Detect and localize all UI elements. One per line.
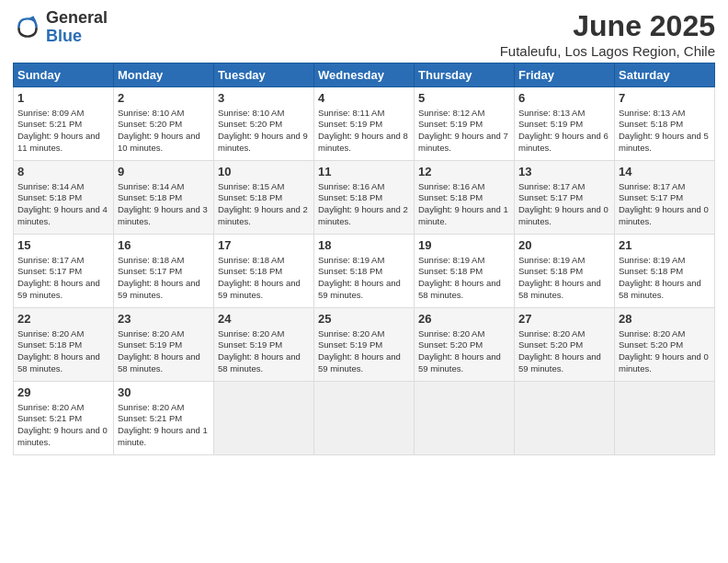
calendar-cell: 1 Sunrise: 8:09 AM Sunset: 5:21 PM Dayli… xyxy=(14,87,114,161)
day-number: 26 xyxy=(418,311,510,327)
sunset: Sunset: 5:18 PM xyxy=(318,192,382,202)
sunset: Sunset: 5:18 PM xyxy=(619,266,683,276)
sunset: Sunset: 5:19 PM xyxy=(218,339,282,350)
day-number: 25 xyxy=(318,311,410,327)
cell-content: 29 Sunrise: 8:20 AM Sunset: 5:21 PM Dayl… xyxy=(17,385,109,449)
daylight: Daylight: 9 hours and 0 minutes. xyxy=(619,351,709,373)
sunset: Sunset: 5:18 PM xyxy=(619,119,683,129)
day-number: 9 xyxy=(118,164,210,180)
sunrise: Sunrise: 8:14 AM xyxy=(17,181,84,191)
calendar-cell xyxy=(615,382,715,455)
daylight: Daylight: 9 hours and 5 minutes. xyxy=(619,131,709,153)
calendar-cell: 26 Sunrise: 8:20 AM Sunset: 5:20 PM Dayl… xyxy=(415,308,515,382)
sunrise: Sunrise: 8:20 AM xyxy=(518,328,585,339)
daylight: Daylight: 8 hours and 58 minutes. xyxy=(17,351,100,373)
day-number: 17 xyxy=(218,237,310,254)
sunset: Sunset: 5:20 PM xyxy=(619,339,683,350)
sunrise: Sunrise: 8:17 AM xyxy=(518,181,585,191)
day-number: 21 xyxy=(619,237,711,254)
day-number: 1 xyxy=(17,90,109,107)
sunrise: Sunrise: 8:10 AM xyxy=(218,108,284,118)
header-sunday: Sunday xyxy=(14,63,114,87)
day-number: 23 xyxy=(118,311,210,327)
daylight: Daylight: 9 hours and 4 minutes. xyxy=(17,204,108,226)
calendar-cell: 10 Sunrise: 8:15 AM Sunset: 5:18 PM Dayl… xyxy=(214,161,314,235)
sunset: Sunset: 5:18 PM xyxy=(418,266,483,276)
daylight: Daylight: 9 hours and 1 minute. xyxy=(418,204,508,226)
cell-content: 21 Sunrise: 8:19 AM Sunset: 5:18 PM Dayl… xyxy=(619,237,711,302)
cell-content: 20 Sunrise: 8:19 AM Sunset: 5:18 PM Dayl… xyxy=(518,237,610,302)
sunset: Sunset: 5:18 PM xyxy=(518,266,583,276)
calendar-cell xyxy=(314,382,415,455)
cell-content: 1 Sunrise: 8:09 AM Sunset: 5:21 PM Dayli… xyxy=(17,90,109,155)
location-title: Futaleufu, Los Lagos Region, Chile xyxy=(500,43,715,59)
week-row-2: 15 Sunrise: 8:17 AM Sunset: 5:17 PM Dayl… xyxy=(14,235,715,308)
calendar-cell: 2 Sunrise: 8:10 AM Sunset: 5:20 PM Dayli… xyxy=(114,87,214,161)
cell-content: 15 Sunrise: 8:17 AM Sunset: 5:17 PM Dayl… xyxy=(17,237,109,302)
logo: General Blue xyxy=(13,9,108,46)
calendar-cell: 30 Sunrise: 8:20 AM Sunset: 5:21 PM Dayl… xyxy=(114,382,214,455)
sunrise: Sunrise: 8:20 AM xyxy=(17,402,84,412)
daylight: Daylight: 9 hours and 0 minutes. xyxy=(518,204,609,226)
day-number: 11 xyxy=(318,164,410,180)
sunset: Sunset: 5:17 PM xyxy=(118,266,182,276)
sunrise: Sunrise: 8:19 AM xyxy=(318,255,384,265)
day-number: 30 xyxy=(118,385,210,401)
daylight: Daylight: 9 hours and 10 minutes. xyxy=(118,131,200,153)
calendar-cell: 27 Sunrise: 8:20 AM Sunset: 5:20 PM Dayl… xyxy=(515,308,615,382)
sunrise: Sunrise: 8:20 AM xyxy=(218,328,284,339)
calendar-cell: 11 Sunrise: 8:16 AM Sunset: 5:18 PM Dayl… xyxy=(314,161,415,235)
day-number: 22 xyxy=(17,311,109,327)
calendar-cell: 20 Sunrise: 8:19 AM Sunset: 5:18 PM Dayl… xyxy=(515,235,615,308)
cell-content: 17 Sunrise: 8:18 AM Sunset: 5:18 PM Dayl… xyxy=(218,237,310,302)
calendar-cell: 8 Sunrise: 8:14 AM Sunset: 5:18 PM Dayli… xyxy=(14,161,114,235)
logo-blue: Blue xyxy=(46,28,108,46)
calendar-cell: 18 Sunrise: 8:19 AM Sunset: 5:18 PM Dayl… xyxy=(314,235,415,308)
daylight: Daylight: 9 hours and 11 minutes. xyxy=(17,131,100,153)
calendar-cell: 13 Sunrise: 8:17 AM Sunset: 5:17 PM Dayl… xyxy=(515,161,615,235)
sunrise: Sunrise: 8:20 AM xyxy=(17,328,84,339)
logo-text: General Blue xyxy=(46,9,108,46)
day-number: 29 xyxy=(17,385,109,401)
day-number: 7 xyxy=(619,90,711,107)
cell-content: 14 Sunrise: 8:17 AM Sunset: 5:17 PM Dayl… xyxy=(619,164,711,228)
calendar-cell xyxy=(515,382,615,455)
sunset: Sunset: 5:18 PM xyxy=(218,192,282,202)
daylight: Daylight: 9 hours and 1 minute. xyxy=(118,425,208,447)
daylight: Daylight: 9 hours and 2 minutes. xyxy=(318,204,408,226)
sunset: Sunset: 5:19 PM xyxy=(318,119,382,129)
day-number: 14 xyxy=(619,164,711,180)
logo-general: General xyxy=(46,9,108,28)
calendar-cell: 5 Sunrise: 8:12 AM Sunset: 5:19 PM Dayli… xyxy=(415,87,515,161)
day-number: 20 xyxy=(518,237,610,254)
daylight: Daylight: 8 hours and 59 minutes. xyxy=(518,351,601,373)
daylight: Daylight: 9 hours and 7 minutes. xyxy=(418,131,508,153)
sunrise: Sunrise: 8:20 AM xyxy=(418,328,484,339)
daylight: Daylight: 9 hours and 0 minutes. xyxy=(619,204,709,226)
daylight: Daylight: 9 hours and 6 minutes. xyxy=(518,131,609,153)
day-number: 24 xyxy=(218,311,310,327)
sunrise: Sunrise: 8:13 AM xyxy=(518,108,585,118)
calendar-table: SundayMondayTuesdayWednesdayThursdayFrid… xyxy=(13,63,715,455)
day-number: 27 xyxy=(518,311,610,327)
daylight: Daylight: 9 hours and 0 minutes. xyxy=(17,425,108,447)
sunset: Sunset: 5:19 PM xyxy=(518,119,583,129)
sunset: Sunset: 5:19 PM xyxy=(418,119,483,129)
sunset: Sunset: 5:19 PM xyxy=(318,339,382,350)
cell-content: 2 Sunrise: 8:10 AM Sunset: 5:20 PM Dayli… xyxy=(118,90,210,155)
day-number: 8 xyxy=(17,164,109,180)
day-number: 28 xyxy=(619,311,711,327)
daylight: Daylight: 9 hours and 8 minutes. xyxy=(318,131,408,153)
daylight: Daylight: 9 hours and 2 minutes. xyxy=(218,204,308,226)
header-wednesday: Wednesday xyxy=(314,63,415,87)
cell-content: 28 Sunrise: 8:20 AM Sunset: 5:20 PM Dayl… xyxy=(619,311,711,375)
header-saturday: Saturday xyxy=(615,63,715,87)
cell-content: 3 Sunrise: 8:10 AM Sunset: 5:20 PM Dayli… xyxy=(218,90,310,155)
sunrise: Sunrise: 8:20 AM xyxy=(118,402,184,412)
cell-content: 13 Sunrise: 8:17 AM Sunset: 5:17 PM Dayl… xyxy=(518,164,610,228)
day-number: 18 xyxy=(318,237,410,254)
calendar-cell: 4 Sunrise: 8:11 AM Sunset: 5:19 PM Dayli… xyxy=(314,87,415,161)
sunset: Sunset: 5:18 PM xyxy=(17,339,82,350)
sunset: Sunset: 5:17 PM xyxy=(518,192,583,202)
day-number: 19 xyxy=(418,237,510,254)
